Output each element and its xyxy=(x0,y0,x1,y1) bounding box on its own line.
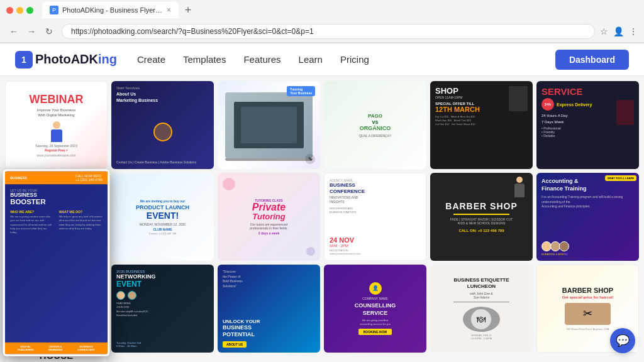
logo-text: PhotoADKing xyxy=(35,52,117,67)
address-bar[interactable]: https://photoadking.com/search/?q=Busine… xyxy=(62,24,595,39)
laptop-visual xyxy=(225,92,313,158)
cs-icon: 👤 xyxy=(369,282,382,295)
close-button[interactable] xyxy=(6,7,13,14)
bookmark-icon[interactable]: ☆ xyxy=(600,26,608,36)
cs-booking[interactable]: BOOKING NOW xyxy=(358,329,392,335)
feat-service-3: BUSINESSCONSULTANT xyxy=(77,345,95,351)
browser-tabs: P PhotoADKing - Business Flyer Templates… xyxy=(42,2,638,18)
webinar-register: Register Free > xyxy=(45,148,67,152)
chat-bubble[interactable]: 💬 xyxy=(610,328,635,353)
template-card-accounting[interactable]: Accounting &Finance Training It is an Ac… xyxy=(536,173,639,261)
be-divider xyxy=(453,302,509,302)
active-tab[interactable]: P PhotoADKing - Business Flyer Templates… xyxy=(42,2,179,18)
bm-header: Start Services xyxy=(116,86,209,90)
template-card-open-house[interactable]: Join Us For An OPENHOUSE MAY 2ND | 4:00P… xyxy=(5,356,108,362)
template-card-counselling[interactable]: 👤 COMPANY NAME COUNSELLINGSERVICE We are… xyxy=(324,265,426,353)
nav-links: Create Templates Features Learn Pricing xyxy=(137,54,555,65)
be-date: MONDAY, FEB 1112:00PM - 1:30PM xyxy=(471,334,492,340)
maximize-button[interactable] xyxy=(26,7,33,14)
template-card-pago[interactable]: PAGO vs ORGÁNICO QUAL A DIFERENÇA? xyxy=(324,81,426,169)
ul-btn[interactable]: ABOUT US xyxy=(223,341,247,348)
tab-favicon: P xyxy=(50,6,58,14)
feat-what: WHAT WE DO? We help to grow any kind of … xyxy=(59,210,103,235)
new-tab-button[interactable]: + xyxy=(180,2,196,18)
tab-close-icon[interactable]: × xyxy=(167,6,171,14)
net-date: Tuesday, October 2nd8:30am - 10:30am xyxy=(116,341,209,348)
net-networking: NETWORKING xyxy=(116,273,209,280)
template-card-featured[interactable]: BUSINESS CALL NOW INFO+1 (203) 345-6789 … xyxy=(3,169,110,356)
pago-title: PAGO xyxy=(368,113,382,119)
template-card-business-conference[interactable]: AGENCY NAME BUSINESSCONFERENCE INNOVATIO… xyxy=(324,173,426,261)
browser-toolbar: ← → ↻ https://photoadking.com/search/?q=… xyxy=(0,20,644,43)
logo-icon: 1 xyxy=(15,51,33,69)
bm-title: About UsMarketing Business xyxy=(116,91,209,104)
feat-main: LET US BE YOUR BUSINESS BOOSTER WHO WE A… xyxy=(10,184,103,343)
template-card-barber-shop-1[interactable]: BARBER SHOP FADE | STRAIGHT RAZOR | SCIS… xyxy=(430,173,533,261)
bc-subtitle: INNOVATIONS ANDINSIGHTS xyxy=(330,195,421,204)
bc-time: 9AM - 2PM xyxy=(330,244,421,248)
template-card-service[interactable]: SERVICE 24h Express Delivery 24 Hours A … xyxy=(536,81,639,169)
browser-titlebar: P PhotoADKing - Business Flyer Templates… xyxy=(0,0,644,20)
ul-title: UNLOCK YOUR xyxy=(223,319,315,324)
nav-learn[interactable]: Learn xyxy=(299,54,323,65)
back-button[interactable]: ← xyxy=(6,24,21,39)
net-persons xyxy=(116,291,209,300)
webinar-title: WEBINAR xyxy=(30,93,84,106)
template-card-laptop[interactable]: TutoringYour Business ✎ xyxy=(218,81,320,169)
pl-title: PRODUCT LAUNCH xyxy=(136,204,189,211)
laptop-badge: TutoringYour Business xyxy=(287,86,315,96)
be-plate: 🍽 xyxy=(463,307,500,332)
tut-title: Tutoring xyxy=(252,212,285,221)
ul-headline: BUSINESSPOTENTIAL xyxy=(223,324,315,339)
pl-contact: Contact: (+123) 456 789 xyxy=(149,232,176,235)
tut-deco1 xyxy=(223,178,235,190)
feat-service-2: DESIGN &BRANDING xyxy=(48,345,62,351)
template-card-tutoring[interactable]: TUTORING CLASS Private Tutoring Our tuto… xyxy=(218,173,320,261)
net-details: FEATURINGJOHN DOEMembership/M includes/E… xyxy=(116,302,209,318)
pl-club: CLUB NAME xyxy=(153,228,172,231)
tut-days: 2 days a week xyxy=(258,231,279,235)
shop-services: Dry Cut $15 Wash & Blow Dry $15 Wash Hai… xyxy=(435,115,528,126)
profile-icon[interactable]: 👤 xyxy=(613,26,624,36)
template-card-unlock[interactable]: "Discoverthe Power ofBold BusinessSoluti… xyxy=(218,265,320,353)
pago-organico: ORGÁNICO xyxy=(360,125,391,131)
net-event: EVENT xyxy=(116,280,209,288)
pago-desc: QUAL A DIFERENÇA? xyxy=(359,134,391,138)
tab-label: PhotoADKing - Business Flyer Templates xyxy=(62,6,163,14)
feat-header: BUSINESS CALL NOW INFO+1 (203) 345-6789 xyxy=(5,171,108,184)
service-title: SERVICE xyxy=(541,86,634,97)
nav-create[interactable]: Create xyxy=(137,54,165,65)
bs1-person xyxy=(510,177,529,202)
template-card-product-launch[interactable]: We are inviting you to buy our PRODUCT L… xyxy=(111,173,214,261)
be-title: BUSINESS ETIQUETTELUNCHEON xyxy=(453,277,509,290)
menu-icon[interactable]: ⋮ xyxy=(629,26,638,36)
bc-date: 24 NOV xyxy=(330,236,421,244)
refresh-button[interactable]: ↻ xyxy=(42,24,57,39)
pl-date: MONDAY, NOVEMBER 12, 2020 xyxy=(140,222,186,226)
logo[interactable]: 1 PhotoADKing xyxy=(15,51,117,69)
webinar-date: Saturday, 26 September 2023 xyxy=(35,144,77,148)
forward-button[interactable]: → xyxy=(24,24,39,39)
bm-visual xyxy=(116,106,209,158)
template-card-business-marketing[interactable]: Start Services About UsMarketing Busines… xyxy=(111,81,214,169)
feat-columns: WHO WE ARE? We are a young creative team… xyxy=(10,210,103,235)
app-content: 1 PhotoADKing Create Templates Features … xyxy=(0,43,644,362)
feat-business: BUSINESS xyxy=(10,192,103,198)
template-card-business-etiquette[interactable]: BUSINESS ETIQUETTELUNCHEON with John Doe… xyxy=(430,265,533,353)
dashboard-button[interactable]: Dashboard xyxy=(555,50,629,70)
browser-chrome: P PhotoADKing - Business Flyer Templates… xyxy=(0,0,644,43)
nav-features[interactable]: Features xyxy=(243,54,280,65)
template-card-webinar[interactable]: WEBINAR Improve Your BusinessWith Digita… xyxy=(5,81,108,169)
webinar-subtitle: Improve Your BusinessWith Digital Market… xyxy=(37,107,75,118)
feat-phone: CALL NOW INFO+1 (203) 345-6789 xyxy=(75,174,103,182)
nav-templates[interactable]: Templates xyxy=(183,54,226,65)
nav-pricing[interactable]: Pricing xyxy=(340,54,369,65)
cs-company: COMPANY NAME xyxy=(362,297,388,300)
edit-icon[interactable]: ✎ xyxy=(305,154,315,164)
bo-address: 445 Mount Eden Road, Anytown, USA xyxy=(567,327,609,331)
traffic-lights xyxy=(6,7,33,14)
template-card-networking[interactable]: 2030 BUSINESS NETWORKING EVENT FEATURING… xyxy=(111,265,214,353)
tut-deco2 xyxy=(306,247,315,256)
template-card-shop[interactable]: SHOP OPEN 11AM-10PM SPECIAL OFFER TILL 1… xyxy=(430,81,533,169)
minimize-button[interactable] xyxy=(16,7,23,14)
